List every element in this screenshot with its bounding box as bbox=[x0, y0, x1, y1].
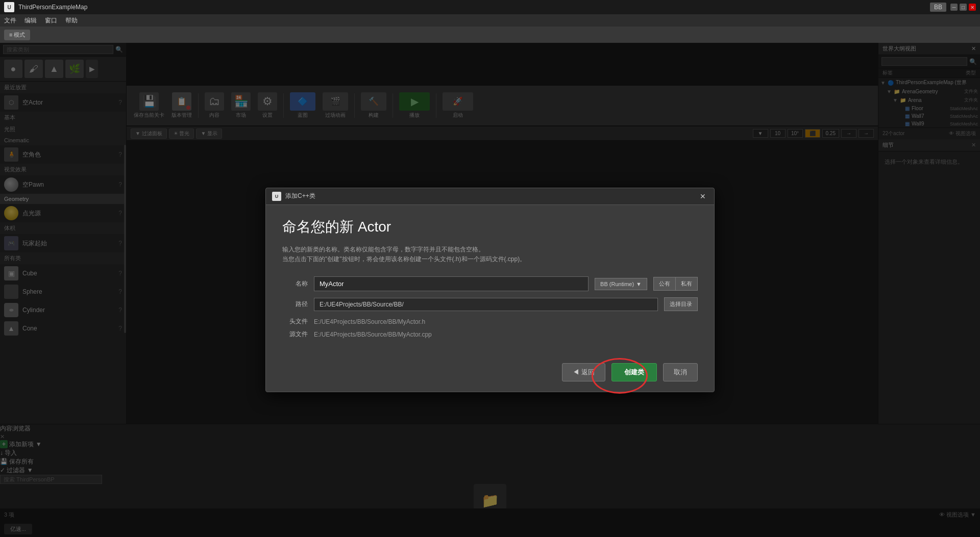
header-file-row: 头文件 E:/UE4Projects/BB/Source/BB/MyActor.… bbox=[282, 317, 698, 326]
close-button[interactable]: ✕ bbox=[969, 4, 976, 11]
name-label: 名称 bbox=[282, 279, 308, 288]
browse-button[interactable]: 选择目录 bbox=[664, 297, 698, 311]
dialog-heading: 命名您的新 Actor bbox=[282, 217, 698, 237]
bb-badge: BB bbox=[930, 3, 946, 12]
dialog-title-left: U 添加C++类 bbox=[272, 192, 315, 201]
menu-window[interactable]: 窗口 bbox=[45, 16, 57, 25]
source-file-label: 源文件 bbox=[282, 330, 308, 339]
dialog-ue-logo: U bbox=[272, 192, 281, 201]
minimize-button[interactable]: ─ bbox=[950, 4, 958, 11]
runtime-button[interactable]: BB (Runtime) ▼ bbox=[595, 278, 647, 290]
header-file-path: E:/UE4Projects/BB/Source/BB/MyActor.h bbox=[314, 318, 425, 325]
private-button[interactable]: 私有 bbox=[675, 277, 698, 291]
name-input[interactable] bbox=[314, 276, 589, 291]
dialog-close-button[interactable]: ✕ bbox=[698, 191, 708, 201]
ue-logo: U bbox=[4, 2, 14, 12]
dialog-title-bar: U 添加C++类 ✕ bbox=[266, 188, 714, 205]
runtime-chevron: ▼ bbox=[636, 281, 642, 287]
source-file-row: 源文件 E:/UE4Projects/BB/Source/BB/MyActor.… bbox=[282, 330, 698, 339]
menu-file[interactable]: 文件 bbox=[4, 16, 16, 25]
dialog-title-text: 添加C++类 bbox=[285, 192, 315, 200]
name-row: 名称 BB (Runtime) ▼ 公有 私有 bbox=[282, 276, 698, 291]
cancel-button[interactable]: 取消 bbox=[663, 363, 698, 381]
maximize-button[interactable]: □ bbox=[960, 4, 967, 11]
header-file-label: 头文件 bbox=[282, 317, 308, 326]
title-bar: U ThirdPersonExampleMap BB ─ □ ✕ bbox=[0, 0, 980, 14]
runtime-label: BB (Runtime) bbox=[600, 281, 634, 287]
menu-help[interactable]: 帮助 bbox=[65, 16, 78, 25]
source-file-path: E:/UE4Projects/BB/Source/BB/MyActor.cpp bbox=[314, 331, 432, 338]
path-label: 路径 bbox=[282, 300, 308, 309]
create-class-button[interactable]: 创建类 bbox=[611, 363, 657, 381]
dialog-overlay: U 添加C++类 ✕ 命名您的新 Actor 输入您的新类的名称。类名称仅能包含… bbox=[0, 43, 980, 537]
dialog-desc: 输入您的新类的名称。类名称仅能包含字母，数字字符并且不能包含空格。 当您点击下面… bbox=[282, 245, 698, 264]
window-controls[interactable]: ─ □ ✕ bbox=[950, 4, 976, 11]
dialog-body: 命名您的新 Actor 输入您的新类的名称。类名称仅能包含字母，数字字符并且不能… bbox=[266, 205, 714, 355]
access-buttons: 公有 私有 bbox=[653, 277, 698, 291]
menu-bar: 文件 编辑 窗口 帮助 bbox=[0, 14, 980, 27]
dialog-footer: ◀ 返回 创建类 取消 bbox=[266, 355, 714, 392]
menu-edit[interactable]: 编辑 bbox=[24, 16, 37, 25]
public-button[interactable]: 公有 bbox=[653, 277, 675, 291]
path-row: 路径 选择目录 bbox=[282, 297, 698, 311]
window-title: ThirdPersonExampleMap bbox=[18, 4, 930, 11]
mode-selector[interactable]: ≡ 模式 bbox=[4, 30, 30, 40]
path-input[interactable] bbox=[314, 298, 658, 311]
mode-bar: ≡ 模式 bbox=[0, 27, 980, 43]
dialog: U 添加C++类 ✕ 命名您的新 Actor 输入您的新类的名称。类名称仅能包含… bbox=[265, 188, 715, 392]
back-button[interactable]: ◀ 返回 bbox=[562, 363, 605, 381]
main-layout: 🔍 ● 🖌 ▲ 🌿 ▶ 最近放置 ⬡ 空Actor ? 基本 光照 Cinema… bbox=[0, 43, 980, 537]
